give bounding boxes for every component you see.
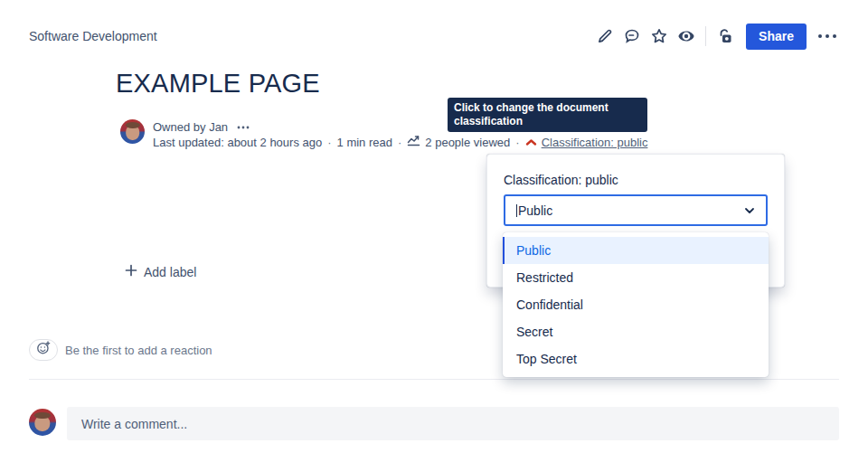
toolbar-divider	[705, 26, 706, 46]
option-top-secret[interactable]: Top Secret	[503, 345, 769, 373]
add-reaction-smiley-icon	[36, 341, 51, 359]
separator-dot: ·	[398, 135, 401, 150]
add-reaction-button[interactable]	[29, 339, 58, 361]
owner-more-button[interactable]	[237, 126, 250, 129]
option-public[interactable]: Public	[503, 237, 769, 264]
option-confidential[interactable]: Confidential	[503, 291, 769, 318]
page: Software Development	[0, 0, 868, 453]
plus-icon	[125, 264, 137, 279]
analytics-icon	[407, 135, 420, 150]
more-actions-button[interactable]	[814, 23, 841, 50]
classification-select[interactable]: Public	[504, 194, 768, 226]
classification-link[interactable]: Classification: public	[542, 135, 648, 150]
edit-button[interactable]	[591, 23, 618, 50]
classification-tooltip: Click to change the document classificat…	[448, 98, 647, 132]
add-label-text: Add label	[144, 265, 196, 279]
content-divider	[29, 379, 839, 380]
add-label-button[interactable]: Add label	[125, 264, 196, 279]
separator-dot: ·	[327, 135, 331, 150]
reactions-row: Be the first to add a reaction	[29, 339, 212, 361]
comment-bubble-icon	[623, 27, 641, 45]
comments-button[interactable]	[618, 23, 646, 50]
classification-caret-icon	[525, 135, 537, 150]
option-secret[interactable]: Secret	[503, 318, 769, 345]
watch-button[interactable]	[673, 23, 700, 50]
owner-avatar[interactable]	[120, 119, 145, 144]
owned-by-label: Owned by Jan	[153, 119, 228, 135]
unlock-icon	[716, 27, 734, 45]
classification-select-value: Public	[518, 203, 552, 218]
read-time-label: 1 min read	[337, 135, 392, 150]
views-label: 2 people viewed	[425, 135, 510, 150]
reaction-prompt: Be the first to add a reaction	[65, 344, 212, 357]
commenter-avatar[interactable]	[29, 409, 56, 436]
page-toolbar: Share	[591, 23, 841, 50]
classification-option-list: Public Restricted Confidential Secret To…	[503, 232, 769, 377]
separator-dot: ·	[515, 135, 519, 150]
ellipsis-icon	[817, 33, 837, 39]
pencil-icon	[596, 27, 614, 45]
classification-popup-label: Classification: public	[504, 173, 618, 187]
comment-input[interactable]: Write a comment...	[67, 407, 839, 440]
last-updated-label: Last updated: about 2 hours ago	[153, 135, 322, 150]
chevron-down-icon	[744, 207, 755, 214]
comment-placeholder: Write a comment...	[81, 417, 187, 431]
eye-icon	[676, 27, 696, 45]
share-button[interactable]: Share	[746, 24, 807, 50]
option-restricted[interactable]: Restricted	[503, 264, 769, 291]
star-icon	[650, 27, 668, 45]
breadcrumb-space-name[interactable]: Software Development	[29, 29, 157, 43]
restrictions-button[interactable]	[712, 23, 739, 50]
favorite-button[interactable]	[646, 23, 673, 50]
text-cursor	[516, 204, 517, 217]
page-title: EXAMPLE PAGE	[116, 69, 320, 99]
